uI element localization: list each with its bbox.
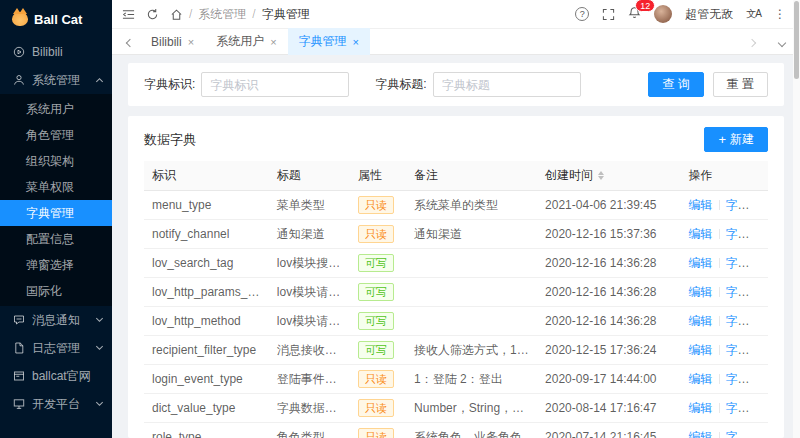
sidebar-subitem[interactable]: 组织架构 (0, 148, 112, 174)
menu-fold-icon[interactable] (122, 8, 135, 21)
sidebar-subitem[interactable]: 系统用户 (0, 96, 112, 122)
scrollbar-thumb[interactable] (794, 1, 799, 79)
dict-items-link[interactable]: 字典项 (726, 227, 762, 241)
tabs-scroll-right-icon[interactable] (744, 35, 760, 49)
sidebar-subitem[interactable]: 字典管理 (0, 200, 112, 226)
cell-created-time: 2020-09-17 14:44:00 (537, 365, 681, 394)
action-divider (719, 200, 720, 210)
cell-remark: Number，String，Boolean (406, 394, 537, 423)
dict-items-link[interactable]: 字典项 (726, 343, 762, 357)
cell-dict-title: 角色类型 (269, 423, 350, 438)
breadcrumb-item[interactable]: 系统管理 (198, 6, 246, 23)
sidebar: Ball Cat Bilibili系统管理系统用户角色管理组织架构菜单权限字典管… (0, 0, 112, 438)
edit-link[interactable]: 编辑 (689, 430, 713, 438)
dict-items-link[interactable]: 字典项 (726, 198, 762, 212)
cell-dict-title: 通知渠道 (269, 220, 350, 249)
cell-created-time: 2020-07-14 21:16:45 (537, 423, 681, 438)
sidebar-item[interactable]: 开发平台 (0, 390, 112, 418)
message-icon (13, 314, 25, 326)
reload-icon[interactable] (146, 8, 159, 21)
cell-attr: 可写 (350, 278, 406, 307)
edit-link[interactable]: 编辑 (689, 401, 713, 415)
dict-items-link[interactable]: 字典项 (726, 372, 762, 386)
cell-created-time: 2020-12-16 14:36:28 (537, 307, 681, 336)
dict-table: 标识标题属性备注创建时间操作 menu_type菜单类型只读系统菜单的类型202… (144, 161, 768, 438)
tab-close-icon[interactable]: × (188, 36, 194, 48)
help-icon[interactable]: ? (575, 7, 589, 21)
dict-title-label: 字典标题: (375, 76, 426, 93)
sidebar-subitem[interactable]: 菜单权限 (0, 174, 112, 200)
sidebar-item[interactable]: 日志管理 (0, 334, 112, 362)
edit-link[interactable]: 编辑 (689, 372, 713, 386)
language-switch-icon[interactable]: 文A (746, 7, 761, 21)
cell-remark: 1：登陆 2：登出 (406, 365, 537, 394)
sidebar-subitem[interactable]: 弹窗选择 (0, 252, 112, 278)
dict-items-link[interactable]: 字典项 (726, 256, 762, 270)
fullscreen-icon[interactable] (602, 8, 615, 21)
dict-items-link[interactable]: 字典项 (726, 401, 762, 415)
sidebar-subitem[interactable]: 国际化 (0, 278, 112, 304)
attr-tag-readonly: 只读 (358, 428, 394, 438)
sidebar-subitem[interactable]: 配置信息 (0, 226, 112, 252)
reset-button[interactable]: 重 置 (713, 72, 768, 97)
cell-actions: 编辑字典项删除 (681, 336, 768, 365)
sidebar-item[interactable]: Bilibili (0, 38, 112, 66)
sidebar-item[interactable]: 消息通知 (0, 306, 112, 334)
cell-created-time: 2020-08-14 17:16:47 (537, 394, 681, 423)
user-icon (13, 74, 25, 86)
cell-remark: 系统角色、业务角色 (406, 423, 537, 438)
page-scrollbar[interactable] (793, 0, 800, 438)
home-icon[interactable] (170, 8, 183, 21)
edit-link[interactable]: 编辑 (689, 285, 713, 299)
edit-link[interactable]: 编辑 (689, 198, 713, 212)
tabs-menu-icon[interactable] (774, 35, 790, 49)
sort-icon[interactable] (598, 171, 604, 180)
sidebar-item[interactable]: ballcat官网 (0, 362, 112, 390)
dict-items-link[interactable]: 字典项 (726, 285, 762, 299)
card-title: 数据字典 (144, 131, 196, 149)
cell-actions: 编辑字典项删除 (681, 307, 768, 336)
dict-code-input[interactable] (201, 72, 349, 97)
sidebar-item[interactable]: 系统管理 (0, 66, 112, 94)
action-divider (719, 229, 720, 239)
dict-items-link[interactable]: 字典项 (726, 430, 762, 438)
page-tab[interactable]: 系统用户× (205, 28, 287, 55)
edit-link[interactable]: 编辑 (689, 314, 713, 328)
ballcat-cat-icon (12, 12, 28, 26)
column-header: 标识 (144, 161, 269, 191)
cell-created-time: 2020-12-16 14:36:28 (537, 278, 681, 307)
play-circle-icon (13, 46, 25, 58)
dict-title-input[interactable] (433, 72, 581, 97)
cell-attr: 只读 (350, 191, 406, 220)
edit-link[interactable]: 编辑 (689, 256, 713, 270)
tab-close-icon[interactable]: × (353, 36, 359, 48)
tabs-scroll-left-icon[interactable] (122, 35, 138, 49)
notifications-button[interactable]: 12 (628, 6, 641, 22)
more-options-icon[interactable]: ⋮ (774, 7, 786, 21)
cell-attr: 只读 (350, 394, 406, 423)
app-logo[interactable]: Ball Cat (0, 0, 112, 38)
tab-close-icon[interactable]: × (270, 36, 276, 48)
create-button[interactable]: + 新建 (704, 127, 768, 152)
edit-link[interactable]: 编辑 (689, 227, 713, 241)
column-header[interactable]: 创建时间 (537, 161, 681, 191)
cell-actions: 编辑字典项删除 (681, 365, 768, 394)
page-tab[interactable]: 字典管理× (288, 28, 370, 55)
attr-tag-readonly: 只读 (358, 196, 394, 214)
cell-remark (406, 278, 537, 307)
search-button[interactable]: 查 询 (648, 72, 703, 97)
username[interactable]: 超管无敌 (685, 6, 733, 23)
cell-remark: 接收人筛选方式，1：全部 2：用户角色 3... (406, 336, 537, 365)
page-tab[interactable]: Bilibili× (140, 28, 205, 55)
table-row: lov_http_params_positionlov模块请求参数位置可写202… (144, 278, 768, 307)
dict-items-link[interactable]: 字典项 (726, 314, 762, 328)
cell-remark (406, 249, 537, 278)
sidebar-subitem[interactable]: 角色管理 (0, 122, 112, 148)
plus-icon: + (718, 133, 726, 146)
edit-link[interactable]: 编辑 (689, 343, 713, 357)
user-avatar[interactable] (654, 5, 672, 23)
sidebar-item-label: 消息通知 (32, 312, 80, 329)
table-row: role_type角色类型只读系统角色、业务角色2020-07-14 21:16… (144, 423, 768, 438)
app-title: Ball Cat (34, 12, 82, 27)
sidebar-item-label: 日志管理 (32, 340, 80, 357)
